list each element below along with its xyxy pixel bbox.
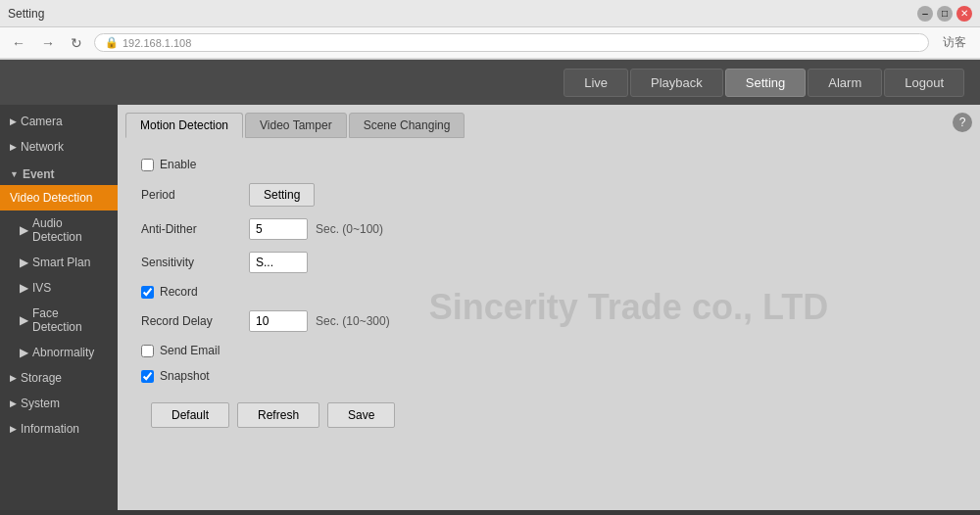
arrow-icon: ▶	[10, 117, 17, 126]
browser-chrome: Setting – □ ✕ ← → ↻ 🔒 192.168.1.108 访客	[0, 0, 980, 60]
tab-motion-detection[interactable]: Motion Detection	[125, 113, 243, 138]
sidebar-label-abnormality: Abnormality	[32, 346, 94, 359]
record-label: Record	[160, 285, 198, 299]
enable-row: Enable	[141, 158, 956, 171]
nav-playback-button[interactable]: Playback	[630, 69, 723, 97]
title-text: Setting	[8, 7, 917, 21]
anti-dither-input[interactable]	[249, 218, 308, 240]
sidebar-label-smart-plan: Smart Plan	[32, 256, 90, 269]
nav-alarm-button[interactable]: Alarm	[808, 69, 882, 97]
sidebar-item-smart-plan[interactable]: ▶ Smart Plan	[0, 250, 118, 275]
enable-label: Enable	[160, 158, 196, 171]
top-nav: Live Playback Setting Alarm Logout	[0, 60, 980, 105]
tab-video-tamper[interactable]: Video Tamper	[245, 113, 347, 138]
default-button[interactable]: Default	[151, 402, 229, 428]
save-button[interactable]: Save	[327, 402, 395, 428]
send-email-label: Send Email	[160, 344, 220, 357]
period-setting-button[interactable]: Setting	[249, 183, 315, 207]
sensitivity-input[interactable]	[249, 252, 308, 273]
record-delay-label: Record Delay	[141, 314, 249, 328]
arrow-icon-face: ▶	[20, 313, 28, 327]
arrow-icon: ▶	[10, 142, 17, 152]
action-buttons: Default Refresh Save	[151, 402, 956, 428]
sidebar-item-audio-detection[interactable]: ▶ Audio Detection	[0, 211, 118, 250]
close-button[interactable]: ✕	[956, 6, 972, 22]
sidebar-item-event[interactable]: ▼ Event	[0, 160, 118, 185]
arrow-icon-audio: ▶	[20, 223, 28, 237]
period-label: Period	[141, 188, 249, 202]
nav-bar: ← → ↻ 🔒 192.168.1.108 访客	[0, 27, 980, 59]
nav-setting-button[interactable]: Setting	[725, 69, 806, 97]
sidebar-label-audio-detection: Audio Detection	[32, 216, 108, 244]
sidebar-item-ivs[interactable]: ▶ IVS	[0, 275, 118, 301]
arrow-icon: ▼	[10, 169, 19, 179]
arrow-icon-ivs: ▶	[20, 281, 28, 295]
main-panel: ? Motion Detection Video Tamper Scene Ch…	[118, 105, 980, 510]
sidebar-label-video-detection: Video Detection	[10, 191, 93, 205]
arrow-icon: ▶	[10, 398, 17, 408]
form-area: Enable Period Setting Anti-Dither Sec. (…	[125, 150, 972, 436]
record-checkbox[interactable]	[141, 286, 154, 299]
arrow-icon: ▶	[10, 424, 17, 434]
sidebar-label-face-detection: Face Detection	[32, 306, 108, 334]
record-delay-row: Record Delay Sec. (10~300)	[141, 310, 956, 332]
period-row: Period Setting	[141, 183, 956, 207]
arrow-icon: ▶	[10, 373, 17, 383]
sidebar-item-information[interactable]: ▶ Information	[0, 416, 118, 442]
snapshot-checkbox[interactable]	[141, 370, 154, 383]
back-button[interactable]: ←	[8, 33, 29, 53]
sidebar-item-storage[interactable]: ▶ Storage	[0, 365, 118, 391]
reload-button[interactable]: ↻	[67, 33, 86, 53]
sidebar-item-camera[interactable]: ▶ Camera	[0, 109, 118, 134]
sidebar-label-camera: Camera	[21, 115, 63, 128]
minimize-button[interactable]: –	[917, 6, 933, 22]
nav-live-button[interactable]: Live	[564, 69, 628, 97]
arrow-icon-abnorm: ▶	[20, 346, 28, 359]
content-area: ▶ Camera ▶ Network ▼ Event Video Detecti…	[0, 105, 980, 510]
record-row: Record	[141, 285, 956, 299]
tab-bar: Motion Detection Video Tamper Scene Chan…	[125, 113, 972, 138]
sensitivity-label: Sensitivity	[141, 256, 249, 269]
send-email-row: Send Email	[141, 344, 956, 357]
sidebar-label-network: Network	[21, 140, 64, 154]
help-icon[interactable]: ?	[953, 113, 972, 132]
record-delay-input[interactable]	[249, 310, 308, 332]
sidebar-item-abnormality[interactable]: ▶ Abnormality	[0, 340, 118, 365]
maximize-button[interactable]: □	[937, 6, 953, 22]
sidebar-label-system: System	[21, 397, 60, 410]
send-email-checkbox[interactable]	[141, 345, 154, 357]
tab-scene-changing[interactable]: Scene Changing	[349, 113, 466, 138]
lock-icon: 🔒	[105, 36, 119, 49]
forward-button[interactable]: →	[37, 33, 59, 53]
anti-dither-row: Anti-Dither Sec. (0~100)	[141, 218, 956, 240]
anti-dither-hint: Sec. (0~100)	[316, 222, 383, 236]
sidebar: ▶ Camera ▶ Network ▼ Event Video Detecti…	[0, 105, 118, 510]
refresh-button[interactable]: Refresh	[237, 402, 319, 428]
search-button[interactable]: 访客	[937, 32, 972, 53]
anti-dither-label: Anti-Dither	[141, 222, 249, 236]
window-controls: – □ ✕	[917, 6, 972, 22]
record-delay-hint: Sec. (10~300)	[316, 314, 390, 328]
sidebar-item-face-detection[interactable]: ▶ Face Detection	[0, 301, 118, 340]
sidebar-label-information: Information	[21, 422, 79, 436]
sidebar-label-event: Event	[23, 167, 55, 181]
sidebar-label-ivs: IVS	[32, 281, 51, 295]
sensitivity-row: Sensitivity	[141, 252, 956, 273]
app-container: Live Playback Setting Alarm Logout ▶ Cam…	[0, 60, 980, 510]
sidebar-item-system[interactable]: ▶ System	[0, 391, 118, 416]
snapshot-row: Snapshot	[141, 369, 956, 383]
arrow-icon-smart: ▶	[20, 256, 28, 269]
title-bar: Setting – □ ✕	[0, 0, 980, 27]
sidebar-item-network[interactable]: ▶ Network	[0, 134, 118, 160]
address-text: 192.168.1.108	[122, 37, 191, 49]
snapshot-label: Snapshot	[160, 369, 210, 383]
sidebar-item-video-detection[interactable]: Video Detection	[0, 185, 118, 211]
enable-checkbox[interactable]	[141, 159, 154, 171]
sidebar-label-storage: Storage	[21, 371, 62, 385]
nav-logout-button[interactable]: Logout	[884, 69, 964, 97]
address-bar[interactable]: 🔒 192.168.1.108	[94, 33, 929, 52]
